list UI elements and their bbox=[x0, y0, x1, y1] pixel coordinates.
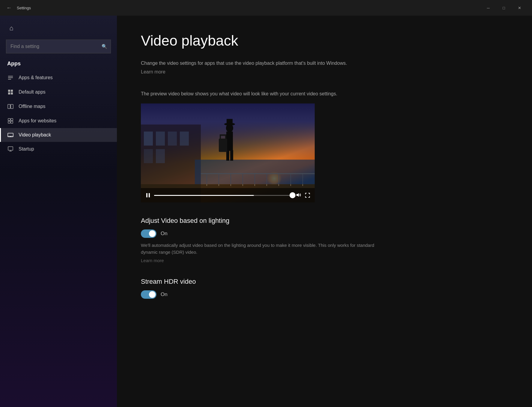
video-progress-fill bbox=[154, 195, 254, 196]
back-button[interactable]: ← bbox=[5, 4, 13, 12]
scene-svg bbox=[141, 103, 315, 202]
window-controls: ─ □ ✕ bbox=[480, 3, 527, 13]
page-title: Video playback bbox=[141, 32, 508, 49]
svg-rect-1 bbox=[8, 77, 13, 78]
svg-rect-45 bbox=[230, 150, 233, 161]
video-preview bbox=[141, 103, 315, 202]
default-apps-icon bbox=[7, 89, 14, 95]
svg-rect-47 bbox=[146, 193, 147, 197]
adjust-lighting-desc: We'll automatically adjust video based o… bbox=[141, 242, 375, 256]
adjust-lighting-toggle-label: On bbox=[161, 231, 168, 237]
svg-rect-3 bbox=[8, 90, 10, 92]
svg-rect-7 bbox=[8, 104, 10, 109]
learn-more-link-2[interactable]: Learn more bbox=[141, 258, 164, 263]
stream-hdr-toggle[interactable] bbox=[141, 290, 156, 299]
sidebar-section-title: Apps bbox=[0, 58, 117, 70]
sidebar-item-video-playback[interactable]: Video playback bbox=[0, 128, 117, 142]
sidebar: ⌂ 🔍 Apps Apps & features bbox=[0, 16, 117, 407]
preview-description: The preview video below shows you what v… bbox=[141, 90, 375, 97]
sidebar-item-video-playback-label: Video playback bbox=[19, 132, 51, 138]
sidebar-item-startup-label: Startup bbox=[19, 146, 34, 152]
svg-rect-6 bbox=[11, 92, 13, 94]
adjust-lighting-toggle[interactable] bbox=[141, 229, 156, 238]
adjust-lighting-knob bbox=[149, 230, 156, 237]
learn-more-link-1[interactable]: Learn more bbox=[141, 69, 165, 75]
svg-rect-43 bbox=[227, 119, 233, 124]
content-area: Video playback Change the video settings… bbox=[117, 16, 532, 407]
home-button[interactable]: ⌂ bbox=[5, 22, 18, 35]
svg-rect-27 bbox=[156, 149, 165, 163]
search-icon: 🔍 bbox=[102, 44, 107, 49]
close-button[interactable]: ✕ bbox=[512, 3, 527, 13]
video-playback-icon bbox=[7, 133, 14, 137]
sidebar-item-default-apps[interactable]: Default apps bbox=[0, 85, 117, 99]
minimize-button[interactable]: ─ bbox=[480, 3, 496, 13]
stream-hdr-toggle-label: On bbox=[161, 292, 168, 298]
svg-rect-26 bbox=[144, 149, 153, 163]
sidebar-item-offline-maps-label: Offline maps bbox=[19, 104, 46, 109]
svg-rect-40 bbox=[226, 132, 233, 151]
stream-hdr-knob bbox=[149, 291, 156, 298]
svg-rect-11 bbox=[11, 118, 13, 121]
title-bar-left: ← Settings bbox=[5, 4, 31, 12]
svg-rect-25 bbox=[180, 132, 189, 146]
svg-rect-0 bbox=[8, 76, 13, 76]
svg-rect-2 bbox=[8, 79, 11, 79]
window-title: Settings bbox=[17, 6, 31, 10]
svg-rect-46 bbox=[219, 139, 227, 152]
svg-rect-8 bbox=[11, 104, 13, 109]
video-fullscreen-button[interactable] bbox=[305, 193, 310, 198]
search-container: 🔍 bbox=[6, 40, 111, 53]
video-pause-button[interactable] bbox=[146, 193, 150, 198]
page-description: Change the video settings for apps that … bbox=[141, 60, 375, 67]
video-progress-thumb bbox=[290, 192, 296, 198]
settings-window: ← Settings ─ □ ✕ ⌂ 🔍 Apps bbox=[0, 0, 532, 407]
video-progress-track[interactable] bbox=[154, 195, 293, 196]
adjust-lighting-section: Adjust Video based on lighting On We'll … bbox=[141, 217, 508, 263]
adjust-lighting-title: Adjust Video based on lighting bbox=[141, 217, 508, 225]
sidebar-item-apps-websites-label: Apps for websites bbox=[19, 118, 56, 124]
sidebar-item-apps-features[interactable]: Apps & features bbox=[0, 70, 117, 85]
video-volume-icon[interactable] bbox=[296, 193, 302, 198]
svg-rect-22 bbox=[144, 132, 153, 146]
svg-rect-12 bbox=[8, 121, 10, 123]
apps-features-icon bbox=[7, 75, 14, 81]
svg-rect-39 bbox=[195, 160, 315, 184]
maximize-button[interactable]: □ bbox=[496, 3, 512, 13]
sidebar-item-apps-websites[interactable]: Apps for websites bbox=[0, 114, 117, 128]
svg-rect-23 bbox=[156, 132, 165, 146]
sidebar-item-default-apps-label: Default apps bbox=[19, 89, 46, 95]
svg-marker-49 bbox=[296, 193, 299, 197]
stream-hdr-section: Stream HDR video On bbox=[141, 278, 508, 299]
stream-hdr-toggle-row: On bbox=[141, 290, 508, 299]
sidebar-item-offline-maps[interactable]: Offline maps bbox=[0, 99, 117, 114]
adjust-lighting-toggle-row: On bbox=[141, 229, 508, 238]
stream-hdr-title: Stream HDR video bbox=[141, 278, 508, 286]
sidebar-item-apps-features-label: Apps & features bbox=[19, 75, 53, 80]
svg-rect-5 bbox=[8, 92, 10, 94]
svg-rect-13 bbox=[11, 121, 13, 123]
apps-websites-icon bbox=[7, 118, 14, 124]
video-controls bbox=[141, 188, 315, 202]
title-bar: ← Settings ─ □ ✕ bbox=[0, 0, 532, 16]
svg-rect-4 bbox=[11, 90, 13, 92]
svg-rect-48 bbox=[149, 193, 150, 197]
svg-rect-24 bbox=[168, 132, 177, 146]
svg-rect-18 bbox=[8, 147, 13, 150]
video-scene bbox=[141, 103, 315, 202]
main-layout: ⌂ 🔍 Apps Apps & features bbox=[0, 16, 532, 407]
search-input[interactable] bbox=[6, 40, 111, 53]
svg-rect-10 bbox=[8, 118, 10, 121]
offline-maps-icon bbox=[7, 103, 14, 109]
sidebar-item-startup[interactable]: Startup bbox=[0, 142, 117, 156]
startup-icon bbox=[7, 146, 14, 152]
